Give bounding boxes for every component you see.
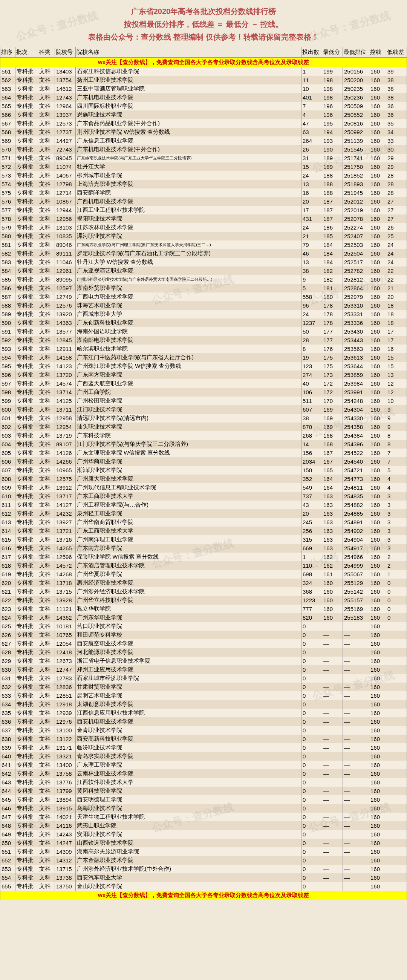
table-cell: — xyxy=(343,830,369,838)
table-cell: 7 xyxy=(386,449,407,457)
table-cell: 18 xyxy=(386,318,407,327)
table-cell: 160 xyxy=(369,215,386,223)
table-cell: 广州华立科技职业学院 xyxy=(76,596,302,605)
table-cell xyxy=(386,787,407,795)
table-cell: 文科 xyxy=(38,258,55,266)
table-row: 647专科批文科14021天津生物工程职业技术学院0——160 xyxy=(0,813,407,821)
table-cell: 160 xyxy=(369,301,386,310)
table-cell: 160 xyxy=(369,362,386,371)
table-cell: 594 xyxy=(0,353,16,362)
table-cell: 567 xyxy=(0,119,16,128)
table-cell: 160 xyxy=(369,466,386,474)
table-cell: 文科 xyxy=(38,813,55,821)
table-cell: 160 xyxy=(369,579,386,587)
table-cell: 163 xyxy=(322,518,343,527)
table-cell: 401 xyxy=(302,93,322,102)
table-cell: 24 xyxy=(386,240,407,249)
table-cell: 文科 xyxy=(38,665,55,674)
table-cell: 石家庄城市经济职业学院 xyxy=(76,674,302,682)
table-cell: 青岛求实职业技术学院 xyxy=(76,752,302,760)
table-row: 609专科批文科13912广州现代信息工程职业技术学院5491642548111… xyxy=(0,483,407,492)
table-cell: 647 xyxy=(0,813,16,821)
table-cell: 13937 xyxy=(55,110,76,119)
table-cell: 563 xyxy=(0,84,16,93)
table-cell: 160 xyxy=(369,336,386,345)
table-cell: — xyxy=(343,804,369,813)
table-cell: 198 xyxy=(322,76,343,84)
table-cell: 31 xyxy=(302,154,322,162)
table-cell: 636 xyxy=(0,717,16,726)
table-cell: 13758 xyxy=(55,769,76,778)
table-cell: 352 xyxy=(302,474,322,483)
table-cell: 14243 xyxy=(55,830,76,838)
table-cell: 文科 xyxy=(38,882,55,891)
table-cell: 15 xyxy=(302,162,322,171)
table-cell: 14265 xyxy=(55,544,76,552)
table-cell: 254811 xyxy=(343,483,369,492)
table-cell: 669 xyxy=(302,544,322,552)
table-cell: 10867 xyxy=(55,197,76,206)
table-cell: 254917 xyxy=(343,544,369,552)
table-cell: 专科批 xyxy=(16,119,38,128)
table-cell: 4 xyxy=(386,483,407,492)
table-row: 632专科批文科12836甘肃财贸职业学院0——160 xyxy=(0,682,407,691)
table-cell: 专科批 xyxy=(16,84,38,93)
table-cell: — xyxy=(322,795,343,804)
table-cell: 255067 xyxy=(343,570,369,579)
table-cell: 160 xyxy=(369,726,386,735)
table-cell: 160 xyxy=(369,691,386,700)
table-cell: 160 xyxy=(369,856,386,865)
table-cell: 160 xyxy=(369,622,386,631)
col-num: 投出数 xyxy=(302,47,322,58)
table-cell: 14 xyxy=(302,440,322,449)
table-cell: 14127 xyxy=(55,501,76,509)
table-row: 636专科批文科12976西安机电职业技术学院0——160 xyxy=(0,717,407,726)
table-cell: 160 xyxy=(369,535,386,544)
table-cell: — xyxy=(343,691,369,700)
table-cell: 622 xyxy=(0,596,16,605)
col-subj: 科类 xyxy=(38,47,55,58)
table-cell: 252019 xyxy=(343,206,369,215)
table-cell: 640 xyxy=(0,752,16,760)
table-cell: 562 xyxy=(0,76,16,84)
table-row: 649专科批文科14243安阳职业技术学院0——160 xyxy=(0,830,407,838)
table-cell: 160 xyxy=(369,93,386,102)
table-cell: 187 xyxy=(322,206,343,215)
table-cell: 607 xyxy=(0,466,16,474)
table-cell: 专科批 xyxy=(16,162,38,171)
table-cell: 639 xyxy=(0,743,16,752)
table-cell: 8 xyxy=(386,440,407,449)
table-row: 633专科批文科12851昆明艺术职业学院0——160 xyxy=(0,691,407,700)
table-row: 655专科批文科13750金山职业技术学院0——160 xyxy=(0,882,407,891)
table-cell: 193 xyxy=(322,137,343,145)
table-cell: 12737 xyxy=(55,128,76,137)
table-cell: 573 xyxy=(0,171,16,180)
table-row: 605专科批文科14126广东文理职业学院 W信搜索 查分数线156167254… xyxy=(0,449,407,457)
table-cell: 604 xyxy=(0,440,16,449)
table-cell: 250156 xyxy=(343,67,369,76)
table-cell: 36 xyxy=(386,110,407,119)
table-cell: 167 xyxy=(322,457,343,466)
table-cell: 29 xyxy=(386,154,407,162)
table-cell: 文科 xyxy=(38,232,55,240)
table-row: 590专科批文科14363广东创新科技职业学院12371782533361601… xyxy=(0,318,407,327)
table-cell: 西安高新科技职业学院 xyxy=(76,735,302,743)
table-cell: 27 xyxy=(386,197,407,206)
table-cell: 160 xyxy=(369,119,386,128)
table-cell: — xyxy=(322,743,343,752)
table-cell: 0 xyxy=(302,865,322,873)
table-cell: 160 xyxy=(369,171,386,180)
table-cell: 160 xyxy=(369,284,386,293)
table-cell: 89095 xyxy=(55,275,76,284)
table-cell: 专科批 xyxy=(16,423,38,431)
table-row: 597专科批文科14574广西蓝天航空职业学院4017225398416012 xyxy=(0,379,407,388)
table-cell: 惠州经济职业技术学院 xyxy=(76,579,302,587)
table-row: 620专科批文科13718惠州经济职业技术学院3241602551291600 xyxy=(0,579,407,587)
table-row: 596专科批文科13720广东南方职业学院27417325385916013 xyxy=(0,371,407,379)
table-cell: 文科 xyxy=(38,388,55,396)
table-cell: 专科批 xyxy=(16,440,38,449)
table-cell: 253859 xyxy=(343,371,369,379)
table-cell: 1237 xyxy=(302,318,322,327)
col-ctrl: 控线 xyxy=(369,47,386,58)
table-cell: 专科批 xyxy=(16,535,38,544)
